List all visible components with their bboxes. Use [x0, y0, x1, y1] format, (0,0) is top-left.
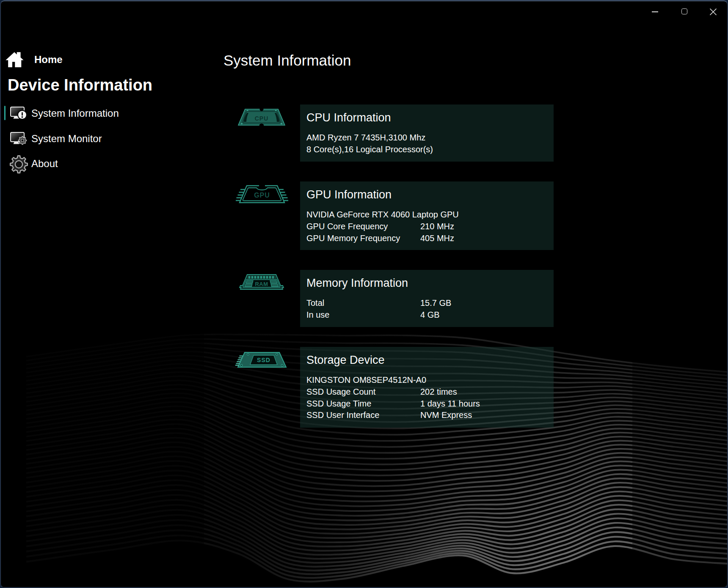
svg-text:RAM: RAM [255, 281, 268, 287]
svg-text:GPU: GPU [254, 192, 270, 199]
svg-text:CPU: CPU [255, 115, 269, 122]
svg-text:SSD: SSD [257, 357, 270, 363]
